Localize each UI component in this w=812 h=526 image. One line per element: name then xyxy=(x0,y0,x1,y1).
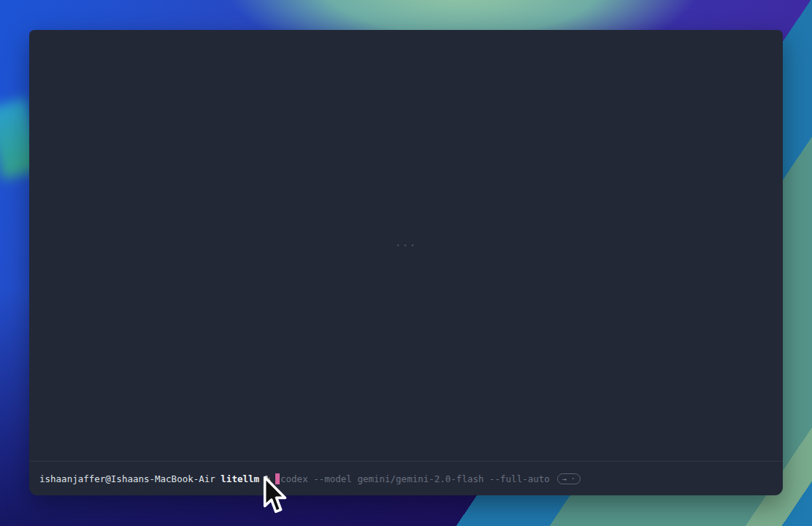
autosuggestion-hint-badge: → · xyxy=(557,473,581,484)
loading-indicator: ... xyxy=(395,237,416,248)
prompt-directory: litellm xyxy=(221,473,259,484)
terminal-window[interactable]: ... ishaanjaffer@Ishaans-MacBook-Air lit… xyxy=(29,30,783,495)
terminal-prompt-bar[interactable]: ishaanjaffer@Ishaans-MacBook-Air litellm… xyxy=(29,462,783,495)
prompt-user-host: ishaanjaffer@Ishaans-MacBook-Air xyxy=(39,473,215,484)
terminal-output-area: ... xyxy=(29,30,783,461)
text-cursor xyxy=(275,473,280,484)
autosuggestion-text: codex --model gemini/gemini-2.0-flash --… xyxy=(280,473,550,484)
prompt-symbol: % xyxy=(265,473,271,484)
